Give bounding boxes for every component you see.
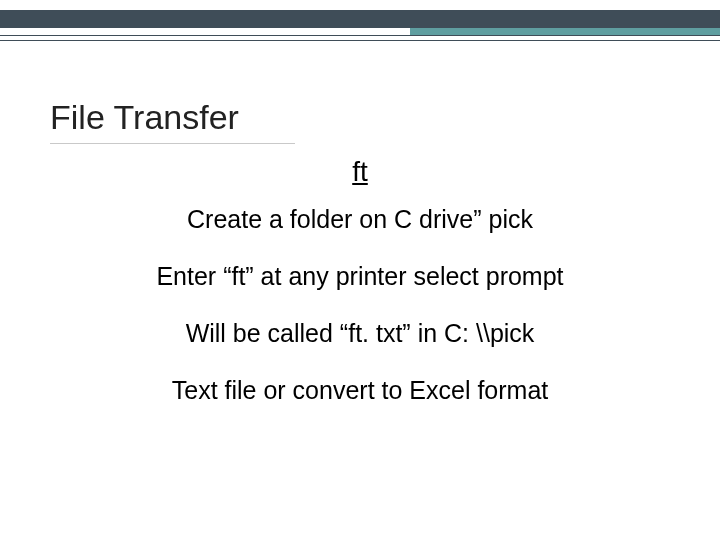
title-container: File Transfer	[50, 98, 295, 144]
body-line-1: Create a folder on C drive” pick	[0, 205, 720, 234]
body-line-3: Will be called “ft. txt” in C: \\pick	[0, 319, 720, 348]
slide-subtitle: ft	[0, 156, 720, 188]
body-line-4: Text file or convert to Excel format	[0, 376, 720, 405]
header-line-2	[0, 40, 720, 41]
subtitle-text: ft	[352, 156, 368, 187]
slide: File Transfer ft Create a folder on C dr…	[0, 0, 720, 540]
header-line-1	[0, 35, 720, 36]
header-decorative-bar	[0, 6, 720, 38]
header-bar-bg	[0, 10, 720, 28]
header-teal-stripe	[410, 28, 720, 35]
slide-title: File Transfer	[50, 98, 295, 137]
slide-body: Create a folder on C drive” pick Enter “…	[0, 205, 720, 433]
body-line-2: Enter “ft” at any printer select prompt	[0, 262, 720, 291]
